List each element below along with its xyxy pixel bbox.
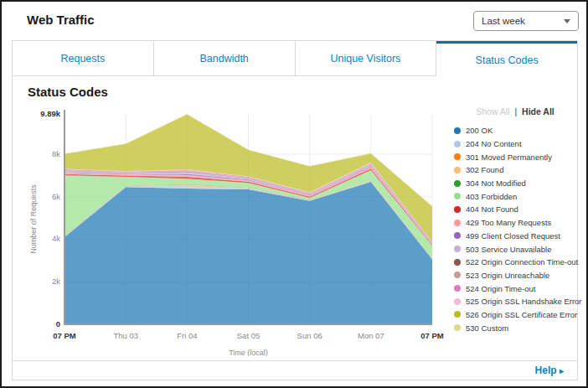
legend-item-label: 523 Origin Unreachable xyxy=(466,271,549,280)
legend-dot-icon xyxy=(454,206,461,213)
help-link[interactable]: Help ▸ xyxy=(535,365,564,376)
legend-dot-icon xyxy=(454,285,461,292)
svg-text:9.89k: 9.89k xyxy=(40,109,60,118)
legend-item-label: 304 Not Modified xyxy=(466,178,526,188)
traffic-card: RequestsBandwidthUnique VisitorsStatus C… xyxy=(12,40,578,380)
legend-item-label: 200 OK xyxy=(466,126,493,135)
svg-text:8k: 8k xyxy=(52,149,60,158)
legend-dot-icon xyxy=(454,259,461,266)
legend-item[interactable]: 530 Custom xyxy=(454,321,576,334)
legend-item-label: 404 Not Found xyxy=(466,204,518,214)
legend-item[interactable]: 523 Origin Unreachable xyxy=(454,269,576,282)
svg-text:6k: 6k xyxy=(52,192,60,201)
svg-text:Mon 07: Mon 07 xyxy=(358,331,384,340)
legend-item-label: 429 Too Many Requests xyxy=(466,218,551,227)
legend-item[interactable]: 503 Service Unavailable xyxy=(454,242,576,256)
legend-dot-icon xyxy=(454,324,461,331)
legend-item-label: 499 Client Closed Request xyxy=(466,231,560,241)
svg-text:0: 0 xyxy=(56,319,60,329)
svg-text:07 PM: 07 PM xyxy=(420,331,444,340)
chevron-down-icon xyxy=(564,19,570,23)
legend-item-label: 526 Origin SSL Certificate Error xyxy=(466,310,577,319)
legend-dot-icon xyxy=(454,167,461,173)
legend-dot-icon xyxy=(454,298,461,305)
svg-text:Fri 04: Fri 04 xyxy=(177,331,197,340)
period-dropdown-value: Last week xyxy=(482,16,525,26)
legend-item-label: 301 Moved Permanently xyxy=(466,153,552,162)
show-all-link[interactable]: Show All xyxy=(476,106,509,116)
legend-dot-icon xyxy=(454,127,461,134)
legend-item[interactable]: 522 Origin Connection Time-out xyxy=(454,256,576,269)
status-codes-chart[interactable]: 02k4k6k8k9.89k07 PMThu 03Fri 04Sat 05Sun… xyxy=(19,105,451,356)
legend-item-label: 524 Origin Time-out xyxy=(466,284,535,293)
legend-separator: | xyxy=(514,106,517,116)
area-200 xyxy=(64,182,432,324)
legend-item[interactable]: 526 Origin SSL Certificate Error xyxy=(454,308,576,322)
legend-item[interactable]: 524 Origin Time-out xyxy=(454,282,576,295)
legend-item-label: 522 Origin Connection Time-out xyxy=(466,257,578,266)
tab-requests[interactable]: Requests xyxy=(13,41,154,76)
page-title: Web Traffic xyxy=(27,13,95,27)
legend-item[interactable]: 429 Too Many Requests xyxy=(454,216,576,230)
legend-item-label: 525 Origin SSL Handshake Error xyxy=(466,297,582,306)
svg-text:Sat 05: Sat 05 xyxy=(237,331,260,340)
legend-item[interactable]: 525 Origin SSL Handshake Error xyxy=(454,295,576,308)
web-traffic-panel: Web Traffic Last week RequestsBandwidthU… xyxy=(0,0,588,388)
legend-panel: Show All | Hide All 200 OK204 No Content… xyxy=(454,106,576,334)
panel-title: Status Codes xyxy=(28,85,108,99)
legend-item[interactable]: 200 OK xyxy=(454,124,576,137)
legend-item[interactable]: 301 Moved Permanently xyxy=(454,150,576,163)
legend-item[interactable]: 302 Found xyxy=(454,163,576,177)
legend-item-label: 204 No Content xyxy=(466,139,522,148)
legend-dot-icon xyxy=(454,153,461,160)
tab-unique-visitors[interactable]: Unique Visitors xyxy=(296,41,437,76)
svg-text:Sun 06: Sun 06 xyxy=(297,331,322,340)
legend-item[interactable]: 304 Not Modified xyxy=(454,177,576,190)
tab-bandwidth[interactable]: Bandwidth xyxy=(154,41,296,76)
legend-dot-icon xyxy=(454,180,461,187)
legend-item[interactable]: 499 Client Closed Request xyxy=(454,230,576,243)
legend-dot-icon xyxy=(454,232,461,239)
period-dropdown[interactable]: Last week xyxy=(473,11,579,31)
tab-bar: RequestsBandwidthUnique VisitorsStatus C… xyxy=(13,41,577,76)
legend-dot-icon xyxy=(454,272,461,278)
legend-item[interactable]: 403 Forbidden xyxy=(454,189,576,203)
svg-text:2k: 2k xyxy=(52,277,60,286)
legend-dot-icon xyxy=(454,311,461,318)
legend-header: Show All | Hide All xyxy=(454,106,576,116)
hide-all-link[interactable]: Hide All xyxy=(522,106,554,116)
legend-dot-icon xyxy=(454,246,461,252)
legend-item-label: 302 Found xyxy=(466,165,503,174)
svg-text:Time (local): Time (local) xyxy=(229,349,268,356)
help-label: Help xyxy=(535,365,557,376)
legend-dot-icon xyxy=(454,141,461,147)
legend-item[interactable]: 404 Not Found xyxy=(454,203,576,216)
legend-dot-icon xyxy=(454,220,461,226)
legend-dot-icon xyxy=(454,193,461,199)
svg-text:Thu 03: Thu 03 xyxy=(113,331,138,340)
legend-items: 200 OK204 No Content301 Moved Permanentl… xyxy=(454,124,576,334)
svg-text:07 PM: 07 PM xyxy=(53,331,76,340)
tab-status-codes[interactable]: Status Codes xyxy=(436,41,577,76)
legend-item[interactable]: 204 No Content xyxy=(454,137,576,151)
legend-item-label: 530 Custom xyxy=(466,323,508,333)
footer-bar: Help ▸ xyxy=(13,360,577,380)
svg-text:4k: 4k xyxy=(52,234,60,243)
legend-item-label: 503 Service Unavailable xyxy=(466,245,551,254)
legend-item-label: 403 Forbidden xyxy=(466,192,517,201)
help-arrow-icon: ▸ xyxy=(560,366,564,375)
svg-text:Number of Requests: Number of Requests xyxy=(29,184,38,254)
